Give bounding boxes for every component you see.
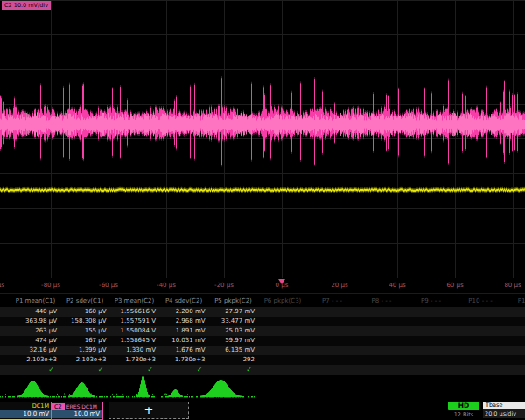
measurement-header-5[interactable]: P5 pkpk(C2) (208, 296, 258, 307)
oscilloscope-screen: C2 10.0 mV/div -100 µs-80 µs-60 µs-40 µs… (0, 0, 525, 420)
waveform-canvas[interactable] (0, 0, 525, 278)
measurement-value: 1.558645 V (109, 336, 159, 346)
time-tick-label: -40 µs (157, 282, 176, 289)
measurement-value (258, 355, 308, 365)
measurement-value: 1.550084 V (109, 326, 159, 336)
measurement-value (357, 336, 407, 346)
trace-annotation-c2: C2 10.0 mV/div (2, 1, 51, 10)
time-tick-label: -20 µs (214, 282, 234, 289)
measurement-value (307, 307, 357, 317)
measurement-header-2[interactable]: P2 sdev(C1) (60, 296, 110, 307)
measurement-value (307, 317, 357, 326)
measurement-value (357, 317, 407, 326)
channel-c2-descriptor[interactable]: C2ERES DC1M 10.0 mV (51, 402, 103, 420)
measurement-value (456, 307, 506, 317)
measurement-value (307, 346, 357, 355)
timebase-descriptor[interactable]: Tbase 20.0 µs/div (483, 402, 525, 418)
measurement-value: 1.556616 V (109, 307, 159, 317)
measurement-value: 33.477 mV (208, 317, 258, 326)
tbase-scale-value: 20.0 µs/div (483, 410, 525, 418)
measurement-column: P3 mean(C2)1.556616 V1.557591 V1.550084 … (109, 296, 159, 375)
measurement-value: 2.200 mV (159, 307, 209, 317)
add-trace-button[interactable]: + (108, 402, 189, 419)
measurement-table: P1 mean(C1)440 µV363.98 µV263 µV474 µV32… (0, 296, 525, 376)
measurement-value: 6.135 mV (208, 346, 258, 355)
time-tick-label: -80 µs (41, 282, 60, 289)
measurement-value: 27.97 mV (208, 307, 258, 317)
measurement-value: 1.330 mV (109, 346, 159, 355)
c2-channel-tag: C2 (52, 403, 65, 410)
time-tick-label: -60 µs (99, 282, 118, 289)
c2-mode-coupling-label: ERES DC1M (65, 403, 97, 410)
measurement-value: 10.031 mV (159, 336, 209, 346)
measurement-value: 292 (208, 355, 258, 365)
measurement-header-4[interactable]: P4 sdev(C2) (159, 296, 209, 307)
measurement-value: 158.308 µV (60, 317, 110, 326)
measurement-header-1[interactable]: P1 mean(C1) (10, 296, 60, 307)
measurement-value: 263 µV (10, 326, 60, 336)
measurement-value (307, 326, 357, 336)
measurement-column: P4 sdev(C2)2.200 mV2.968 mV1.891 mV10.03… (159, 296, 209, 375)
measurement-column: P9 - - - (406, 296, 456, 375)
measurement-value (406, 307, 456, 317)
hd-bits-label: 12 Bits (444, 411, 483, 418)
measurement-value: 1.891 mV (159, 326, 209, 336)
descriptor-bar: DC1M 10.0 mV C2ERES DC1M 10.0 mV + HD 12… (0, 401, 525, 420)
measurement-value (505, 336, 525, 346)
measurement-value: 167 µV (60, 336, 110, 346)
measurement-value (357, 326, 407, 336)
measurement-column: P10 - - - (456, 296, 506, 375)
c2-descriptor-row: C2ERES DC1M (52, 402, 102, 410)
measurement-column: P2 sdev(C1)160 µV158.308 µV155 µV167 µV1… (60, 296, 110, 375)
measurement-value (406, 355, 456, 365)
measurement-value (505, 317, 525, 326)
time-tick-label: 60 µs (446, 282, 463, 289)
measurement-value (456, 326, 506, 336)
measurement-value: 1.399 µV (60, 346, 110, 355)
time-tick-label: 20 µs (331, 282, 347, 289)
measurement-column: P8 - - - (357, 296, 407, 375)
measurement-value (357, 346, 407, 355)
channel-c1-descriptor[interactable]: DC1M 10.0 mV (0, 402, 52, 420)
measurement-value (505, 355, 525, 365)
measurement-value: 160 µV (60, 307, 110, 317)
measurement-value: 363.98 µV (10, 317, 60, 326)
measurement-header-9[interactable]: P9 - - - (406, 296, 456, 307)
measurement-value (456, 336, 506, 346)
measurement-value: 32.16 µV (10, 346, 60, 355)
time-tick-label: 40 µs (388, 282, 405, 289)
time-axis: -100 µs-80 µs-60 µs-40 µs-20 µs0 µs20 µs… (0, 278, 525, 294)
measurement-value: 2.103e+3 (60, 355, 110, 365)
time-tick-label: -100 µs (0, 282, 4, 289)
time-tick-label: 80 µs (504, 282, 521, 289)
measurement-column: P5 pkpk(C2)27.97 mV33.477 mV25.03 mV59.9… (208, 296, 258, 375)
measurement-value: 155 µV (60, 326, 110, 336)
measurement-value (258, 336, 308, 346)
c1-coupling-label: DC1M (0, 402, 52, 410)
measurement-value: 25.03 mV (208, 326, 258, 336)
measurement-value: 440 µV (10, 307, 60, 317)
measurement-value: 1.557591 V (109, 317, 159, 326)
time-tick-label: 0 µs (276, 282, 289, 289)
measurement-header-3[interactable]: P3 mean(C2) (109, 296, 159, 307)
measurement-value (307, 355, 357, 365)
measurement-value (307, 336, 357, 346)
measurement-value: 1.730e+3 (109, 355, 159, 365)
measurement-header-8[interactable]: P8 - - - (357, 296, 407, 307)
measurement-header-10[interactable]: P10 - - - (456, 296, 506, 307)
c2-scale-value: 10.0 mV (52, 410, 102, 418)
measurement-header-7[interactable]: P7 - - - (307, 296, 357, 307)
tbase-label: Tbase (483, 402, 525, 410)
measurement-value (456, 317, 506, 326)
hd-mode-badge[interactable]: HD (448, 402, 480, 410)
measurement-header-11[interactable]: P11 - - - (505, 296, 525, 307)
measurement-histogram-canvas (0, 374, 525, 401)
measurement-value: 2.968 mV (159, 317, 209, 326)
measurement-value (357, 355, 407, 365)
measurement-value (406, 336, 456, 346)
measurement-header-6[interactable]: P6 pkpk(C3) (258, 296, 308, 307)
measurement-column: P7 - - - (307, 296, 357, 375)
measurement-value (258, 326, 308, 336)
measurement-value: 2.103e+3 (10, 355, 60, 365)
c1-scale-value: 10.0 mV (0, 410, 52, 418)
